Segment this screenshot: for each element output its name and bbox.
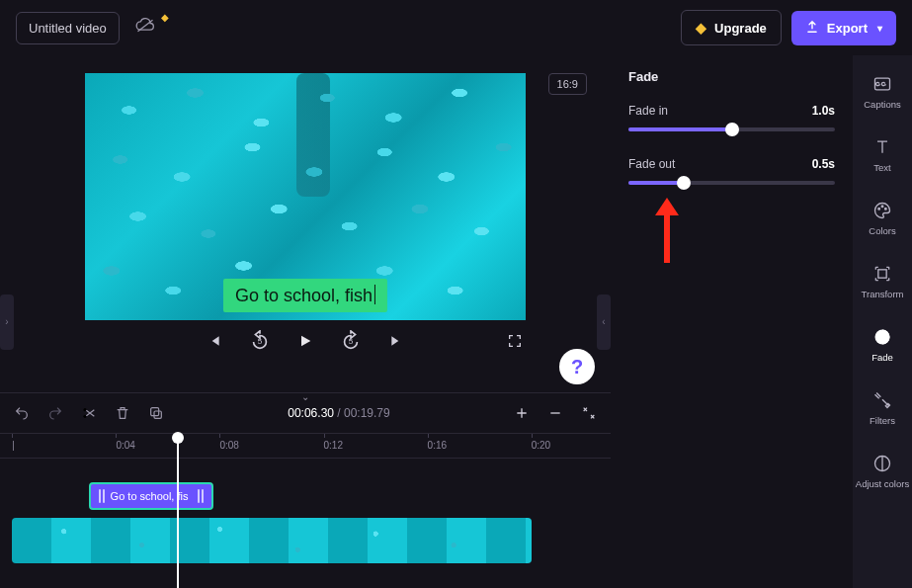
ruler-tick: 0:08 [219,440,238,451]
ruler-tick: 0:04 [116,440,134,451]
adjust-icon [871,453,893,474]
fade-out-label: Fade out [628,157,675,171]
tool-label: Transform [862,289,904,299]
tool-transform[interactable]: Transform [853,249,912,312]
project-title[interactable]: Untitled video [16,12,120,44]
tool-fade[interactable]: Fade [853,312,912,376]
rewind-seconds: 5 [258,337,262,346]
tool-label: Filters [870,415,895,426]
tool-captions[interactable]: Captions [853,59,912,123]
timeline-ruler[interactable]: | 0:04 0:08 0:12 0:16 0:20 [0,433,611,459]
timeline-tracks[interactable]: Go to school, fis [0,459,611,588]
upgrade-button[interactable]: ◆ Upgrade [681,10,782,45]
duplicate-button[interactable] [148,405,164,421]
playhead[interactable] [177,434,179,588]
clip-handle-left[interactable] [99,489,105,503]
collapse-preview-icon[interactable]: ⌄ [301,391,309,402]
ruler-tick: 0:16 [428,440,447,451]
slider-thumb[interactable] [725,123,739,136]
current-time: 00:06.30 [288,406,334,420]
fade-in-value: 1.0s [812,104,835,118]
ruler-edge: | [12,440,15,451]
upgrade-label: Upgrade [714,21,767,36]
zoom-out-button[interactable] [547,405,563,421]
filters-icon [871,389,893,411]
tool-label: Text [873,162,890,173]
cloud-sync-icon[interactable]: ◆ [129,18,161,39]
premium-diamond-icon: ◆ [161,12,169,23]
fullscreen-button[interactable] [504,330,526,352]
rewind-button[interactable]: 5 [249,330,271,352]
colors-icon [871,200,893,221]
skip-end-button[interactable] [385,330,407,352]
skip-start-button[interactable] [204,330,225,352]
transform-icon [871,263,893,285]
text-icon [871,136,893,158]
slider-thumb[interactable] [677,176,691,190]
tool-label: Fade [871,352,893,363]
split-button[interactable] [81,405,97,421]
video-preview[interactable]: Go to school, fish [85,73,526,320]
fit-timeline-button[interactable] [581,405,597,421]
undo-button[interactable] [14,405,30,421]
fade-in-slider[interactable] [628,127,835,131]
upload-icon [805,20,819,37]
redo-button[interactable] [47,405,63,421]
video-clip[interactable] [12,518,531,563]
fade-out-value: 0.5s [812,157,835,171]
caption-overlay[interactable]: Go to school, fish [223,279,387,312]
add-track-button[interactable] [514,405,530,421]
delete-button[interactable] [115,405,130,421]
fade-icon [871,326,893,348]
aspect-ratio-button[interactable]: 16:9 [548,73,587,95]
clip-handle-right[interactable] [198,489,204,503]
annotation-arrow-icon [650,196,684,276]
tool-text[interactable]: Text [853,123,912,186]
captions-icon [871,73,893,95]
tool-adjust[interactable]: Adjust colors [853,439,912,502]
svg-point-7 [881,206,883,208]
ruler-tick: 0:20 [532,440,550,451]
svg-rect-4 [154,411,161,418]
export-button[interactable]: Export ▾ [791,11,896,45]
panel-title: Fade [628,69,835,84]
fade-in-label: Fade in [628,104,668,118]
timeline-timecode: 00:06.30 / 00:19.79 [182,406,496,420]
tool-filters[interactable]: Filters [853,376,912,439]
tool-colors[interactable]: Colors [853,186,912,249]
ruler-tick: 0:12 [324,440,343,451]
svg-point-6 [878,208,880,210]
fade-panel: Fade Fade in 1.0s Fade out 0.5s [611,55,853,588]
tool-label: Colors [869,225,895,236]
diamond-icon: ◆ [696,20,706,36]
text-clip[interactable]: Go to school, fis [89,482,214,510]
svg-point-8 [885,208,887,210]
tool-label: Adjust colors [856,478,909,489]
forward-button[interactable]: 5 [340,330,362,352]
forward-seconds: 5 [349,337,353,346]
svg-rect-9 [878,269,886,277]
export-label: Export [827,21,868,36]
chevron-down-icon: ▾ [877,23,882,34]
tool-label: Captions [864,99,901,110]
total-time: 00:19.79 [344,406,390,420]
help-button[interactable]: ? [559,349,595,384]
fade-out-slider[interactable] [628,181,835,185]
play-button[interactable] [294,330,316,352]
